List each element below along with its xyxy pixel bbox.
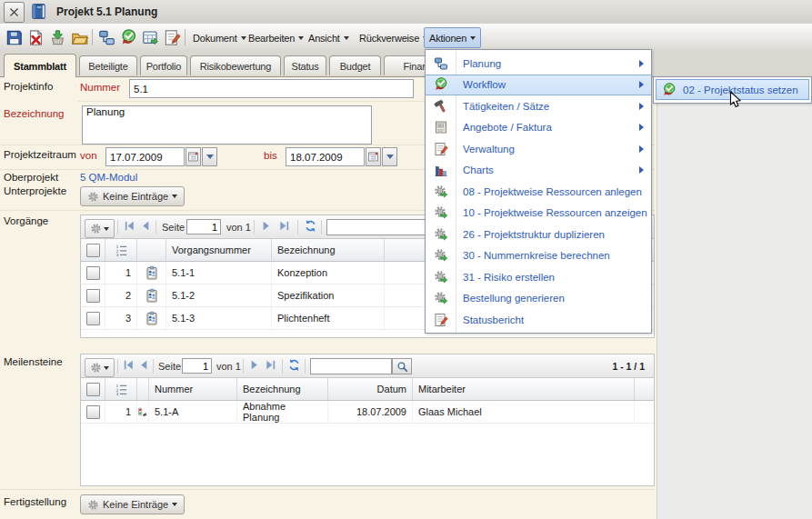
next-page-icon: [247, 358, 261, 372]
select-all-checkbox[interactable]: [86, 244, 100, 257]
grid-settings-button[interactable]: [85, 358, 115, 377]
menu-rueckverweise[interactable]: Rückverweise: [355, 28, 433, 47]
row-checkbox[interactable]: [86, 312, 100, 325]
bis-dropdown-button[interactable]: [382, 147, 397, 166]
meilensteine-search-input[interactable]: [310, 358, 392, 374]
column-header-nummer[interactable]: Nummer: [149, 378, 237, 400]
page-number-input[interactable]: [186, 219, 221, 235]
table-row[interactable]: 1 5.1-A Abnahme Planung 18.07.2009 Glaas…: [81, 401, 654, 424]
projektzeitraum-label: Projektzeitraum: [4, 149, 76, 160]
menu-item-26-projektstruktur-duplizieren[interactable]: 26 - Projektstruktur duplizieren: [426, 224, 651, 245]
menu-item-30-nummernkreise-berechnen[interactable]: 30 - Nummernkreise berechnen: [426, 245, 651, 267]
bis-calendar-button[interactable]: [366, 147, 381, 166]
delete-document-icon: [27, 29, 45, 46]
column-header-bezeichnung[interactable]: Bezeichnung: [237, 378, 328, 400]
search-button[interactable]: [392, 358, 412, 374]
column-header-vorgangsnummer[interactable]: Vorgangsnummer: [166, 239, 272, 261]
import-basket-icon: [49, 29, 66, 46]
refresh-button[interactable]: [304, 219, 317, 233]
menu-item-bestellung-generieren[interactable]: Bestellung generieren: [426, 288, 651, 310]
unterprojekte-button[interactable]: Keine Einträge: [80, 186, 185, 206]
row-checkbox[interactable]: [86, 405, 100, 419]
menu-aktionen[interactable]: Aktionen: [424, 27, 481, 48]
row-number-cell: 1: [105, 401, 137, 423]
delete-button[interactable]: [26, 28, 45, 47]
menu-item-10-ressourcen-anzeigen[interactable]: 10 - Projektweise Ressourcen anzeigen: [426, 203, 651, 225]
prev-page-button[interactable]: [139, 219, 153, 233]
ordered-list-icon: [115, 384, 127, 395]
mouse-cursor: [729, 91, 742, 109]
menu-item-31-risiko-erstellen[interactable]: 31 - Risiko erstellen: [426, 266, 651, 288]
von-calendar-button[interactable]: [185, 147, 201, 166]
column-header-datum[interactable]: Datum: [328, 378, 413, 400]
refresh-button[interactable]: [287, 358, 301, 372]
nummer-input[interactable]: [129, 79, 414, 98]
row-checkbox[interactable]: [86, 289, 100, 303]
structure-button[interactable]: [97, 28, 116, 47]
tab-portfolio[interactable]: Portfolio: [140, 55, 187, 75]
vorgaenge-search-input[interactable]: [326, 219, 428, 235]
menu-item-workflow[interactable]: Workflow: [426, 75, 651, 96]
menu-item-planung[interactable]: Planung: [426, 53, 651, 75]
application-window: Projekt 5.1 Planung Dokument Bearbeiten …: [0, 0, 812, 519]
edit-note-button[interactable]: [163, 28, 182, 47]
tab-beteiligte[interactable]: Beteiligte: [79, 55, 137, 75]
last-page-button[interactable]: [277, 219, 291, 233]
von-dropdown-button[interactable]: [202, 147, 217, 166]
column-header-mitarbeiter[interactable]: Mitarbeiter: [413, 378, 635, 400]
von-date-input[interactable]: [105, 147, 185, 166]
prev-page-button[interactable]: [137, 358, 151, 372]
save-button[interactable]: [5, 28, 24, 47]
submenu-arrow-icon: [639, 103, 644, 110]
tab-risikobewertung[interactable]: Risikobewertung: [190, 55, 281, 75]
oberprojekt-link[interactable]: 5 QM-Modul: [80, 172, 137, 183]
select-all-checkbox[interactable]: [86, 383, 100, 396]
grid-settings-button[interactable]: [85, 219, 115, 238]
row-number-header[interactable]: [105, 378, 137, 400]
menu-item-angebote-faktura[interactable]: Angebote / Faktura: [426, 117, 651, 139]
tab-status[interactable]: Status: [284, 55, 326, 75]
vorgangsnummer-cell: 5.1-1: [166, 262, 272, 284]
menu-bearbeiten[interactable]: Bearbeiten: [244, 28, 308, 47]
bis-date-input[interactable]: [286, 147, 365, 166]
tab-budget[interactable]: Budget: [329, 55, 381, 75]
page-number-input[interactable]: [182, 358, 212, 374]
recalculate-button[interactable]: [141, 28, 160, 47]
row-select-cell: [81, 284, 105, 306]
tab-stammblatt[interactable]: Stammblatt: [4, 54, 76, 77]
first-page-button[interactable]: [123, 219, 136, 233]
task-clipboard-icon: [145, 311, 159, 325]
row-separator: [0, 489, 655, 490]
menu-item-08-ressourcen-anlegen[interactable]: 08 - Projektweise Ressourcen anlegen: [426, 181, 651, 203]
row-checkbox[interactable]: [86, 266, 100, 280]
caret-down-icon: [104, 227, 109, 231]
button-label: Keine Einträge: [103, 191, 168, 202]
close-button[interactable]: [4, 2, 25, 23]
refresh-icon: [304, 219, 317, 233]
next-page-button[interactable]: [247, 358, 261, 372]
menu-item-statusbericht[interactable]: Statusbericht: [426, 309, 651, 331]
menu-item-verwaltung[interactable]: Verwaltung: [426, 138, 651, 160]
menu-item-charts[interactable]: Charts: [426, 160, 651, 182]
toolbar-separator: [155, 220, 156, 235]
bezeichnung-textarea[interactable]: Planung: [82, 105, 372, 145]
menu-item-taetigkeiten-saetze[interactable]: Tätigkeiten / Sätze: [426, 95, 651, 117]
first-page-button[interactable]: [122, 358, 135, 372]
row-number-header[interactable]: [105, 239, 137, 261]
first-page-icon: [122, 358, 135, 372]
menu-dokument[interactable]: Dokument: [188, 28, 251, 47]
structure-icon: [434, 56, 448, 71]
last-page-icon: [264, 358, 277, 372]
menu-label: Rückverweise: [359, 33, 419, 44]
fertigstellung-button[interactable]: Keine Einträge: [80, 494, 185, 514]
workflow-check-icon: [662, 83, 677, 97]
import-button[interactable]: [48, 28, 67, 47]
task-clipboard-icon: [145, 288, 159, 303]
next-page-button[interactable]: [259, 219, 273, 233]
column-header-bezeichnung[interactable]: Bezeichnung: [272, 239, 385, 261]
workflow-button[interactable]: [119, 28, 138, 47]
menu-ansicht[interactable]: Ansicht: [304, 28, 354, 47]
toolbar-separator: [185, 29, 185, 45]
last-page-button[interactable]: [264, 358, 277, 372]
open-folder-button[interactable]: [70, 28, 89, 47]
